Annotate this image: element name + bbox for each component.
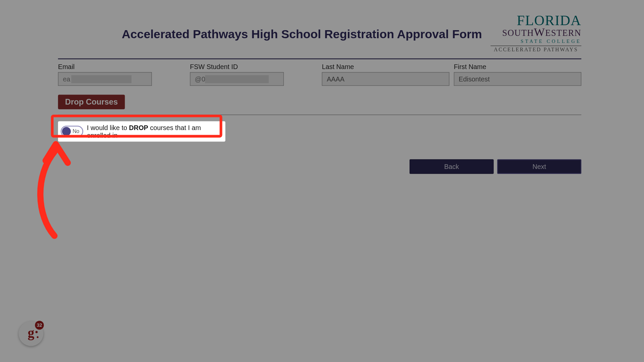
logo-divider (491, 46, 582, 46)
back-button[interactable]: Back (410, 159, 494, 174)
logo-line1: FLORIDA (491, 13, 582, 27)
drop-toggle-row: No I would like to DROP courses that I a… (58, 121, 225, 142)
assistant-badge[interactable]: g 32 (18, 321, 43, 346)
next-button[interactable]: Next (497, 159, 581, 174)
assistant-badge-count: 32 (35, 321, 44, 329)
logo-line2c: ESTERN (545, 28, 581, 38)
drop-text-before: I would like to (87, 124, 129, 131)
last-name-label: Last Name (322, 63, 449, 70)
drop-text-bold: DROP (129, 124, 148, 131)
toggle-knob (62, 127, 71, 136)
redaction-block (71, 75, 132, 83)
page-title: Accelerated Pathways High School Registr… (122, 27, 482, 41)
badge-dot-icon (37, 336, 39, 338)
fsw-logo: FLORIDA SOUTHWESTERN STATE COLLEGE ACCEL… (491, 13, 582, 52)
divider-top (58, 58, 581, 59)
divider-mid (58, 115, 581, 115)
drop-toggle[interactable]: No (61, 126, 84, 137)
assistant-badge-icon: g (28, 325, 35, 340)
logo-line3: STATE COLLEGE (491, 39, 582, 44)
tab-drop-courses[interactable]: Drop Courses (58, 95, 125, 109)
first-name-field[interactable] (454, 72, 581, 86)
toggle-state: No (72, 128, 79, 134)
email-label: Email (58, 63, 185, 70)
logo-line2b: W (534, 26, 545, 39)
last-name-field[interactable] (322, 72, 449, 86)
logo-line4: ACCELERATED PATHWAYS (491, 47, 582, 52)
logo-line2a: SOUTH (502, 28, 534, 38)
drop-toggle-label: I would like to DROP courses that I am e… (87, 124, 223, 139)
badge-dot-icon (36, 331, 38, 333)
student-id-label: FSW Student ID (190, 63, 317, 70)
logo-line2: SOUTHWESTERN (491, 26, 582, 38)
first-name-label: First Name (454, 63, 581, 70)
redaction-block (205, 75, 269, 83)
